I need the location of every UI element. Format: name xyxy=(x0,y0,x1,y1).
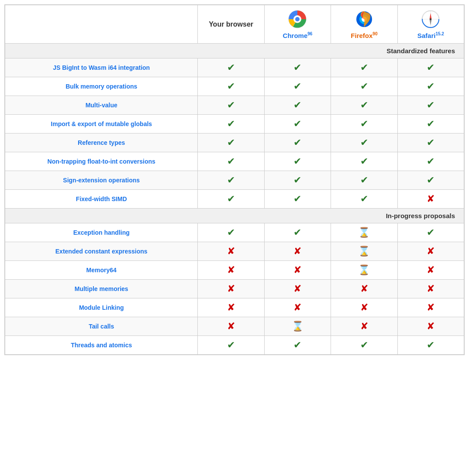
firefox-cell: ⌛ xyxy=(331,242,397,261)
chrome-version: 96 xyxy=(307,31,312,36)
chrome-cell: ✔ xyxy=(264,190,331,209)
chrome-column-header: Chrome96 xyxy=(264,5,331,44)
firefox-cell: ⌛ xyxy=(331,223,397,242)
safari-cell: ✔ xyxy=(397,152,464,171)
your-browser-label: Your browser xyxy=(209,21,253,28)
your-browser-cell: ✔ xyxy=(198,223,264,242)
your-browser-cell: ✘ xyxy=(198,261,264,280)
safari-cell: ✘ xyxy=(397,190,464,209)
feature-label: Multi-value xyxy=(5,96,198,115)
your-browser-cell: ✔ xyxy=(198,115,264,134)
feature-label: Memory64 xyxy=(5,261,198,280)
firefox-cell: ✔ xyxy=(331,336,397,355)
feature-label: Fixed-width SIMD xyxy=(5,190,198,209)
chrome-cell: ✔ xyxy=(264,152,331,171)
feature-label: Module Linking xyxy=(5,298,198,317)
section-title-1: In-progress proposals xyxy=(5,209,464,223)
table-body: Standardized featuresJS BigInt to Wasm i… xyxy=(5,44,464,355)
safari-column-header: Safari15.2 xyxy=(397,5,464,44)
feature-label: Tail calls xyxy=(5,317,198,336)
feature-label: Import & export of mutable globals xyxy=(5,115,198,134)
chrome-cell: ✔ xyxy=(264,134,331,152)
feature-column-header xyxy=(5,5,198,44)
safari-cell: ✔ xyxy=(397,77,464,96)
feature-label: Non-trapping float-to-int conversions xyxy=(5,152,198,171)
table-row: Bulk memory operations✔✔✔✔ xyxy=(5,77,464,96)
feature-label: Sign-extension operations xyxy=(5,171,198,190)
firefox-icon xyxy=(354,9,375,30)
chrome-cell: ✘ xyxy=(264,261,331,280)
firefox-browser-name: Firefox90 xyxy=(351,32,377,39)
chrome-cell: ⌛ xyxy=(264,317,331,336)
svg-point-12 xyxy=(430,18,431,20)
safari-browser-name: Safari15.2 xyxy=(417,32,444,39)
table-row: Threads and atomics✔✔✔✔ xyxy=(5,336,464,355)
safari-icon xyxy=(420,9,441,30)
section-header-1: In-progress proposals xyxy=(5,209,464,223)
safari-cell: ✔ xyxy=(397,223,464,242)
safari-cell: ✘ xyxy=(397,298,464,317)
firefox-cell: ✘ xyxy=(331,317,397,336)
table-row: Exception handling✔✔⌛✔ xyxy=(5,223,464,242)
firefox-cell: ✔ xyxy=(331,152,397,171)
feature-label: JS BigInt to Wasm i64 integration xyxy=(5,58,198,77)
your-browser-cell: ✔ xyxy=(198,77,264,96)
your-browser-cell: ✔ xyxy=(198,190,264,209)
table-row: Memory64✘✘⌛✘ xyxy=(5,261,464,280)
your-browser-cell: ✘ xyxy=(198,280,264,298)
chrome-cell: ✔ xyxy=(264,171,331,190)
safari-cell: ✔ xyxy=(397,96,464,115)
chrome-cell: ✔ xyxy=(264,115,331,134)
firefox-cell: ✔ xyxy=(331,77,397,96)
firefox-cell: ✔ xyxy=(331,115,397,134)
firefox-cell: ✔ xyxy=(331,134,397,152)
feature-label: Multiple memories xyxy=(5,280,198,298)
table-row: Fixed-width SIMD✔✔✔✘ xyxy=(5,190,464,209)
section-title-0: Standardized features xyxy=(5,44,464,58)
firefox-cell: ✔ xyxy=(331,190,397,209)
your-browser-cell: ✔ xyxy=(198,134,264,152)
table-row: Non-trapping float-to-int conversions✔✔✔… xyxy=(5,152,464,171)
firefox-cell: ✘ xyxy=(331,280,397,298)
chrome-cell: ✔ xyxy=(264,223,331,242)
table-row: Sign-extension operations✔✔✔✔ xyxy=(5,171,464,190)
table-row: Extended constant expressions✘✘⌛✘ xyxy=(5,242,464,261)
safari-cell: ✘ xyxy=(397,317,464,336)
firefox-cell: ✔ xyxy=(331,58,397,77)
your-browser-cell: ✔ xyxy=(198,96,264,115)
chrome-cell: ✔ xyxy=(264,77,331,96)
firefox-column-header: Firefox90 xyxy=(331,5,397,44)
safari-cell: ✔ xyxy=(397,134,464,152)
your-browser-cell: ✔ xyxy=(198,336,264,355)
safari-version: 15.2 xyxy=(435,31,444,36)
firefox-cell: ⌛ xyxy=(331,261,397,280)
your-browser-cell: ✘ xyxy=(198,317,264,336)
firefox-version: 90 xyxy=(372,31,377,36)
chrome-cell: ✘ xyxy=(264,298,331,317)
svg-point-2 xyxy=(295,17,300,21)
compatibility-table: Your browser xyxy=(4,4,465,355)
safari-cell: ✔ xyxy=(397,115,464,134)
table-row: Import & export of mutable globals✔✔✔✔ xyxy=(5,115,464,134)
table-row: Module Linking✘✘✘✘ xyxy=(5,298,464,317)
your-browser-cell: ✘ xyxy=(198,242,264,261)
feature-label: Exception handling xyxy=(5,223,198,242)
feature-label: Reference types xyxy=(5,134,198,152)
safari-cell: ✘ xyxy=(397,280,464,298)
feature-label: Bulk memory operations xyxy=(5,77,198,96)
your-browser-cell: ✔ xyxy=(198,152,264,171)
table-row: Tail calls✘⌛✘✘ xyxy=(5,317,464,336)
feature-label: Extended constant expressions xyxy=(5,242,198,261)
chrome-cell: ✔ xyxy=(264,96,331,115)
table-row: Multi-value✔✔✔✔ xyxy=(5,96,464,115)
safari-cell: ✔ xyxy=(397,171,464,190)
chrome-cell: ✔ xyxy=(264,58,331,77)
your-browser-cell: ✘ xyxy=(198,298,264,317)
safari-cell: ✘ xyxy=(397,242,464,261)
chrome-cell: ✔ xyxy=(264,336,331,355)
chrome-browser-name: Chrome96 xyxy=(283,32,313,39)
table-row: JS BigInt to Wasm i64 integration✔✔✔✔ xyxy=(5,58,464,77)
chrome-icon xyxy=(287,9,308,30)
feature-label: Threads and atomics xyxy=(5,336,198,355)
safari-cell: ✔ xyxy=(397,336,464,355)
